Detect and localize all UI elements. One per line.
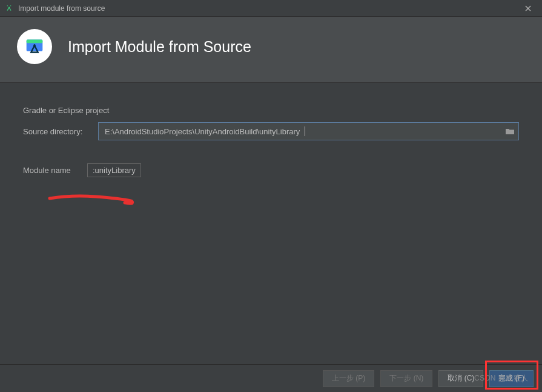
titlebar: Import module from source xyxy=(0,0,542,17)
section-label: Gradle or Eclipse project xyxy=(23,106,519,115)
module-name-value[interactable]: :unityLibrary xyxy=(87,163,141,177)
source-directory-label: Source directory: xyxy=(23,127,90,136)
source-directory-input[interactable]: E:\AndroidStudioProjects\UnityAndroidBui… xyxy=(105,127,305,136)
svg-rect-3 xyxy=(27,40,43,44)
close-button[interactable] xyxy=(519,0,537,17)
svg-point-4 xyxy=(33,44,36,47)
svg-point-0 xyxy=(7,5,8,5)
dialog-title: Import Module from Source xyxy=(68,38,251,56)
dialog-footer: 上一步 (P) 下一步 (N) 取消 (C) 完成 (F) xyxy=(0,364,542,392)
android-studio-logo xyxy=(17,29,52,64)
dialog-header: Import Module from Source xyxy=(0,17,542,83)
cancel-button[interactable]: 取消 (C) xyxy=(438,370,483,387)
dialog-content: Gradle or Eclipse project Source directo… xyxy=(0,83,542,177)
svg-point-1 xyxy=(10,5,11,5)
red-underline-annotation xyxy=(47,192,138,209)
source-directory-row: Source directory: E:\AndroidStudioProjec… xyxy=(23,122,519,140)
source-directory-input-wrap[interactable]: E:\AndroidStudioProjects\UnityAndroidBui… xyxy=(98,122,519,140)
previous-button[interactable]: 上一步 (P) xyxy=(323,370,374,387)
module-name-row: Module name :unityLibrary xyxy=(23,163,519,177)
next-button[interactable]: 下一步 (N) xyxy=(380,370,432,387)
android-studio-icon xyxy=(5,4,13,13)
module-name-label: Module name xyxy=(23,166,79,175)
finish-button[interactable]: 完成 (F) xyxy=(489,370,534,387)
browse-folder-icon[interactable] xyxy=(505,127,515,136)
window-title: Import module from source xyxy=(18,4,105,13)
